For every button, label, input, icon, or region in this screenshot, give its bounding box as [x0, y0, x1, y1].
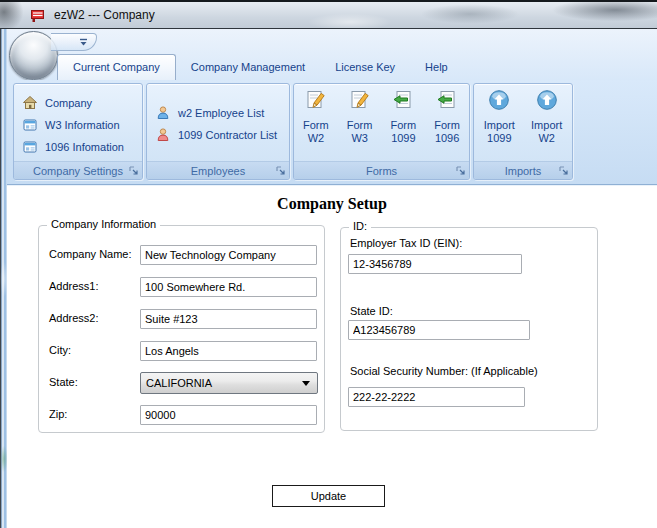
import-circle-icon	[488, 89, 510, 111]
state-id-field[interactable]	[348, 320, 530, 340]
company-name-label: Company Name:	[49, 248, 132, 260]
update-button[interactable]: Update	[272, 485, 385, 507]
address2-field[interactable]	[140, 309, 317, 329]
form-w3-button[interactable]: Form W3	[338, 84, 382, 161]
state-select[interactable]: CALIFORNIA	[140, 372, 318, 394]
company-setup-panel: Company Setup Company Information Compan…	[7, 185, 657, 528]
form-1099-button[interactable]: Form 1099	[382, 84, 426, 161]
group-caption-forms: Forms	[294, 161, 469, 179]
form-w2-button[interactable]: Form W2	[294, 84, 338, 161]
company-name-field[interactable]	[140, 245, 317, 265]
city-field[interactable]	[140, 341, 317, 361]
qat-dropdown-icon[interactable]	[79, 38, 88, 47]
ein-label: Employer Tax ID (EIN):	[350, 237, 462, 249]
person-red-icon	[155, 127, 171, 143]
company-information-groupbox: Company Information Company Name: Addres…	[38, 225, 325, 433]
window-left-border	[0, 29, 7, 528]
import-w2-button[interactable]: Import W2	[525, 84, 569, 161]
city-label: City:	[49, 344, 71, 356]
group-caption-company-settings: Company Settings	[14, 161, 142, 179]
app-icon	[30, 8, 46, 24]
app-window: ezW2 --- Company Current Company Company…	[0, 0, 657, 528]
group-imports: Import 1099 Import W2 Imports	[473, 83, 573, 180]
group-caption-employees: Employees	[147, 161, 289, 179]
ribbon: Company W3 Information	[7, 80, 657, 185]
ssn-label: Social Security Number: (If Applicable)	[350, 365, 538, 377]
zip-label: Zip:	[49, 408, 67, 420]
document-arrow-icon	[392, 89, 414, 111]
dialog-launcher-icon[interactable]	[558, 165, 569, 176]
ribbon-tabs: Current Company Company Management Licen…	[57, 55, 463, 80]
home-icon	[22, 95, 38, 111]
address1-label: Address1:	[49, 280, 99, 292]
w3-information-button[interactable]: W3 Information	[22, 115, 120, 135]
1099-contractor-list-button[interactable]: 1099 Contractor List	[155, 125, 277, 145]
zip-field[interactable]	[140, 405, 317, 425]
group-caption-imports: Imports	[474, 161, 572, 179]
state-id-label: State ID:	[350, 305, 393, 317]
title-bar: ezW2 --- Company	[0, 0, 657, 29]
document-edit-icon	[305, 89, 327, 111]
import-circle-icon	[536, 89, 558, 111]
groupbox-legend: ID:	[349, 220, 371, 232]
groupbox-legend: Company Information	[47, 218, 160, 230]
document-arrow-icon	[436, 89, 458, 111]
ssn-field[interactable]	[348, 387, 525, 407]
state-selected-value: CALIFORNIA	[146, 377, 212, 389]
tab-current-company[interactable]: Current Company	[57, 54, 176, 80]
ribbon-header: Current Company Company Management Licen…	[7, 29, 657, 80]
dialog-launcher-icon[interactable]	[275, 165, 286, 176]
import-1099-button[interactable]: Import 1099	[477, 84, 521, 161]
window-title: ezW2 --- Company	[54, 8, 155, 22]
person-blue-icon	[155, 105, 171, 121]
form-window-icon	[22, 139, 38, 155]
page-title: Company Setup	[7, 195, 657, 213]
dialog-launcher-icon[interactable]	[455, 165, 466, 176]
document-edit-icon	[349, 89, 371, 111]
form-1096-button[interactable]: Form 1096	[425, 84, 469, 161]
state-label: State:	[49, 376, 78, 388]
ein-field[interactable]	[348, 254, 522, 274]
company-button[interactable]: Company	[22, 93, 92, 113]
address1-field[interactable]	[140, 277, 317, 297]
dialog-launcher-icon[interactable]	[128, 165, 139, 176]
id-groupbox: ID: Employer Tax ID (EIN): State ID: Soc…	[340, 227, 598, 431]
tab-help[interactable]: Help	[410, 55, 463, 80]
group-employees: w2 Employee List 1099 Contractor List Em…	[146, 83, 290, 180]
group-forms: Form W2 Form W3	[293, 83, 470, 180]
quick-access-toolbar	[51, 33, 97, 51]
chevron-down-icon	[302, 381, 310, 386]
group-company-settings: Company W3 Information	[13, 83, 143, 180]
tab-company-management[interactable]: Company Management	[176, 55, 320, 80]
tab-license-key[interactable]: License Key	[320, 55, 410, 80]
address2-label: Address2:	[49, 312, 99, 324]
form-window-icon	[22, 117, 38, 133]
1096-information-button[interactable]: 1096 Infomation	[22, 137, 124, 157]
w2-employee-list-button[interactable]: w2 Employee List	[155, 103, 264, 123]
